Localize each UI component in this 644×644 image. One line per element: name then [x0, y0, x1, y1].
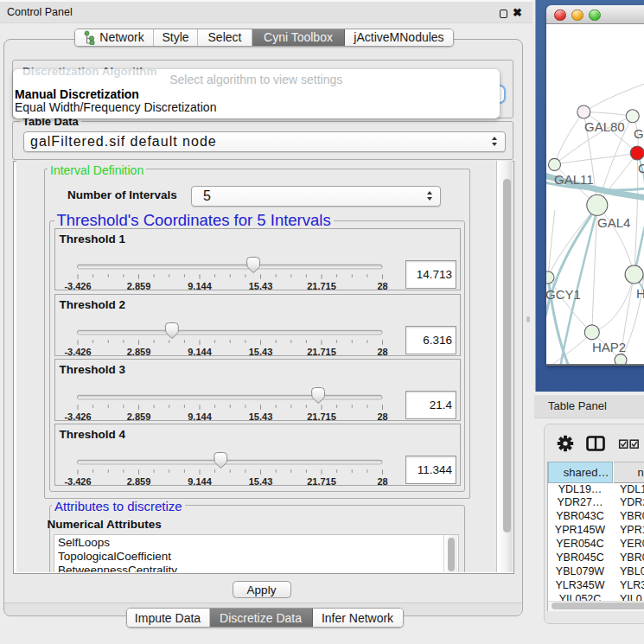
- svg-text:GCY1: GCY1: [546, 287, 581, 302]
- svg-text:GAL4: GAL4: [597, 215, 630, 230]
- svg-text:GAL80: GAL80: [584, 119, 625, 134]
- svg-text:HAP2: HAP2: [592, 340, 626, 354]
- svg-text:C1: C1: [638, 161, 644, 175]
- svg-text:HI: HI: [636, 286, 644, 301]
- svg-text:GAL11: GAL11: [554, 172, 594, 187]
- svg-text:GAL3: GAL3: [634, 126, 644, 141]
